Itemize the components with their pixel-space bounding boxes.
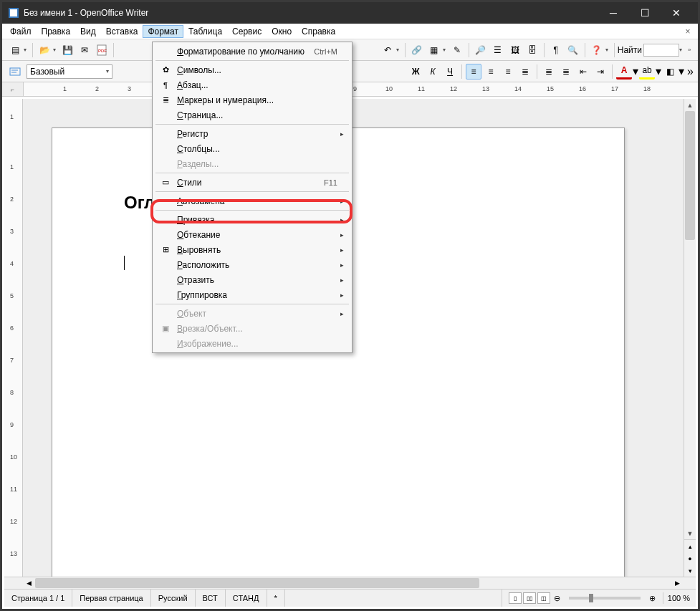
scroll-up-icon[interactable]: ▲ — [684, 99, 696, 111]
menu-insert[interactable]: Вставка — [101, 25, 143, 38]
scroll-down-icon[interactable]: ▼ — [684, 527, 696, 539]
menu-item--[interactable]: Автозамена▸ — [153, 193, 352, 208]
menu-item--[interactable]: ✿Символы... — [153, 62, 352, 77]
gallery-icon[interactable]: 🖼 — [507, 42, 523, 58]
decrease-indent-icon[interactable]: ⇤ — [575, 64, 591, 80]
menu-item--[interactable]: Отразить▸ — [153, 272, 352, 287]
menu-item--[interactable]: Столбцы... — [153, 141, 352, 156]
paragraph-style-combo[interactable]: Базовый ▾ — [27, 64, 112, 79]
hyperlink-icon[interactable]: 🔗 — [409, 42, 425, 58]
styles-dialog-icon[interactable] — [7, 64, 23, 80]
bullet-list-icon[interactable]: ≣ — [558, 64, 574, 80]
menu-table[interactable]: Таблица — [183, 25, 227, 38]
next-page-icon[interactable]: ▾ — [684, 564, 696, 577]
align-justify-icon[interactable]: ≣ — [517, 64, 533, 80]
horizontal-ruler[interactable]: 1 2 3 9 10 11 12 13 14 15 16 17 18 — [24, 82, 698, 96]
zoom-slider[interactable] — [569, 597, 641, 600]
menu-format[interactable]: Формат — [143, 25, 183, 38]
menu-item--[interactable]: ¶Абзац... — [153, 77, 352, 92]
menu-item--: Изображение... — [153, 336, 352, 351]
menu-item--[interactable]: Расположить▸ — [153, 257, 352, 272]
menu-window[interactable]: Окно — [267, 25, 297, 38]
find-input[interactable] — [643, 44, 679, 57]
scroll-thumb-h[interactable] — [35, 578, 479, 588]
menu-item-label: Автозамена — [174, 196, 337, 206]
menu-item--[interactable]: ▭СтилиF11 — [153, 175, 352, 190]
menu-file[interactable]: Файл — [5, 25, 37, 38]
close-button[interactable]: ✕ — [661, 2, 692, 24]
document-area[interactable]: Огл — [23, 99, 684, 577]
view-multi-icon[interactable]: ▯▯ — [523, 592, 536, 604]
zoom-in-icon[interactable]: ⊕ — [649, 594, 656, 603]
menu-tools[interactable]: Сервис — [227, 25, 267, 38]
view-single-icon[interactable]: ▯ — [509, 592, 522, 604]
zoom-out-icon[interactable]: ⊖ — [554, 594, 560, 603]
draw-icon[interactable]: ✎ — [449, 42, 465, 58]
navigator-icon[interactable]: ☰ — [490, 42, 506, 58]
scroll-left-icon[interactable]: ◀ — [23, 577, 35, 589]
status-style[interactable]: Первая страница — [72, 590, 150, 607]
align-left-icon[interactable]: ≡ — [466, 64, 481, 80]
zoom-value[interactable]: 100 % — [668, 594, 690, 602]
save-icon[interactable]: 💾 — [59, 42, 75, 58]
nonprinting-icon[interactable]: ¶ — [548, 42, 564, 58]
find-replace-icon[interactable]: 🔎 — [473, 42, 489, 58]
maximize-button[interactable]: ☐ — [629, 2, 661, 24]
underline-icon[interactable]: Ч — [442, 64, 458, 80]
svg-rect-4 — [10, 68, 20, 75]
highlight-color-icon[interactable]: ab — [639, 64, 655, 80]
vertical-ruler[interactable]: 1 1 2 3 4 5 6 7 8 9 10 11 12 13 — [4, 99, 23, 577]
menu-help[interactable]: Справка — [297, 25, 340, 38]
menu-edit[interactable]: Правка — [37, 25, 76, 38]
close-doc-button[interactable]: × — [681, 27, 695, 37]
menu-item-icon: ▣ — [157, 324, 174, 333]
menu-item--[interactable]: Обтекание▸ — [153, 227, 352, 242]
minimize-button[interactable]: ─ — [598, 2, 629, 24]
new-doc-icon[interactable]: ▤ — [7, 42, 23, 58]
bg-color-icon[interactable]: ◧ — [662, 64, 678, 80]
horizontal-scrollbar[interactable]: ◀ ▶ — [4, 577, 696, 589]
vertical-scrollbar[interactable]: ▲ ▼ ▴ ● ▾ — [684, 99, 696, 577]
nav-select-icon[interactable]: ● — [684, 552, 696, 564]
table-icon[interactable]: ▦ — [426, 42, 442, 58]
submenu-arrow-icon: ▸ — [340, 130, 347, 138]
heading-text[interactable]: Огл — [124, 193, 155, 212]
bold-icon[interactable]: Ж — [408, 64, 423, 80]
mail-icon[interactable]: ✉ — [77, 42, 92, 58]
help-icon[interactable]: ❓ — [589, 42, 605, 58]
open-icon[interactable]: 📂 — [37, 42, 52, 58]
menu-item--[interactable]: Форматирование по умолчаниюCtrl+M — [153, 44, 352, 59]
menu-item-label: Выровнять — [174, 245, 337, 255]
increase-indent-icon[interactable]: ⇥ — [593, 64, 608, 80]
scroll-right-icon[interactable]: ▶ — [671, 577, 684, 589]
menu-item--[interactable]: Группировка▸ — [153, 287, 352, 302]
menu-item-label: Столбцы... — [174, 144, 337, 154]
menu-item--[interactable]: ≣Маркеры и нумерация... — [153, 92, 352, 107]
menu-item--[interactable]: Страница... — [153, 107, 352, 122]
scroll-thumb-v[interactable] — [685, 111, 695, 240]
italic-icon[interactable]: К — [425, 64, 441, 80]
font-color-icon[interactable]: A — [616, 64, 632, 80]
submenu-arrow-icon: ▸ — [340, 246, 347, 254]
status-page[interactable]: Страница 1 / 1 — [4, 590, 72, 607]
status-lang[interactable]: Русский — [151, 590, 196, 607]
pdf-export-icon[interactable]: PDF — [94, 42, 110, 58]
view-book-icon[interactable]: ◫ — [537, 592, 550, 604]
align-right-icon[interactable]: ≡ — [500, 64, 516, 80]
align-center-icon[interactable]: ≡ — [483, 64, 499, 80]
status-modified[interactable]: * — [267, 590, 285, 607]
menu-item--[interactable]: ⊞Выровнять▸ — [153, 242, 352, 257]
undo-icon[interactable]: ↶ — [380, 42, 395, 58]
datasources-icon[interactable]: 🗄 — [524, 42, 540, 58]
menu-item-label: Страница... — [174, 110, 337, 120]
menu-item--[interactable]: Привязка▸ — [153, 212, 352, 227]
status-insert[interactable]: ВСТ — [196, 590, 226, 607]
menu-view[interactable]: Вид — [75, 25, 101, 38]
status-selmode[interactable]: СТАНД — [226, 590, 267, 607]
prev-page-icon[interactable]: ▴ — [684, 540, 696, 552]
menu-item--[interactable]: Регистр▸ — [153, 126, 352, 141]
submenu-arrow-icon: ▸ — [340, 198, 347, 205]
numbered-list-icon[interactable]: ≣ — [541, 64, 557, 80]
zoom-icon[interactable]: 🔍 — [565, 42, 581, 58]
menu-item-label: Абзац... — [174, 80, 337, 90]
